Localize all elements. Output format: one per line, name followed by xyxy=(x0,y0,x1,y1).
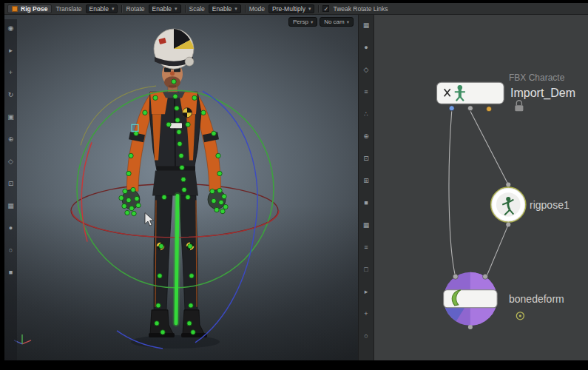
wireframe-icon[interactable]: ◇ xyxy=(361,65,371,75)
handles-icon[interactable]: ⊕ xyxy=(6,135,16,144)
network-canvas[interactable] xyxy=(374,15,588,360)
flipbook-icon[interactable]: ▸ xyxy=(361,287,371,297)
toolbar-separator xyxy=(245,5,246,13)
snap-options-icon[interactable]: ⊡ xyxy=(361,154,371,164)
display-flag-icon[interactable] xyxy=(516,312,524,320)
camera-select-button[interactable]: No cam▾ xyxy=(320,17,354,27)
snap-icon[interactable]: ⊡ xyxy=(6,179,16,189)
view-layout-icon[interactable]: ⊞ xyxy=(361,176,371,186)
mouse-cursor xyxy=(145,213,154,226)
chevron-down-icon: ▾ xyxy=(347,19,349,25)
rotate-label: Rotate xyxy=(126,5,144,13)
tweak-rotate-links-checkbox[interactable]: ✓ xyxy=(322,5,329,12)
active-tool-chip[interactable]: Rig Pose xyxy=(7,4,52,13)
rotate-select[interactable]: Enable▾ xyxy=(149,4,181,13)
input-connector-left[interactable] xyxy=(453,274,458,279)
mode-label: Mode xyxy=(249,5,265,13)
viewport-camera-controls: Persp▾ No cam▾ xyxy=(288,17,354,27)
mode-select-value: Pre-Multiply xyxy=(272,5,305,13)
points-icon[interactable]: ∴ xyxy=(361,110,371,119)
chevron-down-icon: ▾ xyxy=(311,19,313,25)
input-connector-right[interactable] xyxy=(483,274,488,279)
selected-bone[interactable] xyxy=(176,196,178,323)
shade-icon[interactable]: ● xyxy=(6,223,16,233)
memory-icon[interactable]: □ xyxy=(361,265,371,275)
viewport-toolbar-strip: ◉▸+↻▣⊕◇⊡▦●○■ xyxy=(4,19,17,360)
letterbox-bottom xyxy=(0,360,588,370)
chevron-down-icon: ▾ xyxy=(234,6,237,12)
output-connector[interactable] xyxy=(506,223,510,227)
chest-name-patch xyxy=(170,123,182,128)
help-icon[interactable]: ○ xyxy=(361,332,371,341)
mode-select[interactable]: Pre-Multiply▾ xyxy=(268,4,314,13)
toolbar-separator xyxy=(185,5,186,13)
chevron-down-icon: ▾ xyxy=(175,6,178,12)
translate-select-value: Enable xyxy=(89,5,109,13)
handles-visibility-icon[interactable]: ⊕ xyxy=(361,132,371,141)
scale-select[interactable]: Enable▾ xyxy=(209,4,241,13)
grid-icon[interactable]: ▦ xyxy=(6,201,16,211)
view-icon[interactable]: ◉ xyxy=(6,24,16,33)
select-icon[interactable]: ▸ xyxy=(6,46,16,56)
camera-select-label: No cam xyxy=(324,18,345,25)
grid-toggle-icon[interactable]: ▦ xyxy=(361,221,371,230)
translate-label: Translate xyxy=(55,5,81,13)
scale-label: Scale xyxy=(189,5,205,13)
scale-icon[interactable]: ▣ xyxy=(6,112,16,122)
camera-lock-icon[interactable]: ■ xyxy=(361,198,371,208)
chest-hazard-roundel xyxy=(183,108,192,118)
output-connector[interactable] xyxy=(468,325,473,329)
active-tool-label: Rig Pose xyxy=(21,5,47,13)
toolbar-separator xyxy=(121,5,122,13)
viewport-panel[interactable]: ◉▸+↻▣⊕◇⊡▦●○■ Persp▾ No cam▾ xyxy=(4,15,358,360)
camera-icon[interactable]: ■ xyxy=(6,268,16,278)
checkbox-check-icon: ✓ xyxy=(322,5,329,12)
tweak-rotate-links-label: Tweak Rotate Links xyxy=(333,5,388,13)
app-window: Rig Pose Translate Enable▾ Rotate Enable… xyxy=(4,3,588,360)
chevron-down-icon: ▾ xyxy=(112,6,115,12)
node-import[interactable] xyxy=(437,82,524,112)
persp-view-button[interactable]: Persp▾ xyxy=(288,17,317,27)
persp-view-label: Persp xyxy=(293,18,308,25)
output-connector-blue[interactable] xyxy=(449,106,454,111)
viewport-canvas[interactable] xyxy=(4,15,358,360)
input-connector[interactable] xyxy=(506,182,510,186)
rig-pose-icon xyxy=(12,6,18,12)
settings-icon[interactable]: + xyxy=(361,309,371,319)
normals-icon[interactable]: ≡ xyxy=(361,87,371,97)
output-connector-gray[interactable] xyxy=(467,106,473,111)
scale-select-value: Enable xyxy=(212,5,232,13)
pose-icon[interactable]: ◇ xyxy=(6,157,16,166)
toolbar-separator xyxy=(318,5,319,13)
rotate-icon[interactable]: ↻ xyxy=(6,90,16,100)
ruler-icon[interactable]: ≡ xyxy=(361,243,371,252)
shaded-mode-icon[interactable]: ● xyxy=(361,43,371,53)
network-toolbar-strip: ▦●◇≡∴⊕⊡⊞■▦≡□▸+○ xyxy=(358,15,374,360)
chevron-down-icon: ▾ xyxy=(308,6,311,12)
main-area: ◉▸+↻▣⊕◇⊡▦●○■ Persp▾ No cam▾ xyxy=(4,15,588,360)
node-bonedeform[interactable] xyxy=(444,272,524,329)
display-options-icon[interactable]: ▦ xyxy=(361,21,371,30)
output-connector-yellow[interactable] xyxy=(487,107,492,112)
node-rigpose[interactable] xyxy=(491,182,526,226)
rotate-select-value: Enable xyxy=(152,5,172,13)
light-icon[interactable]: ○ xyxy=(6,246,16,255)
translate-select[interactable]: Enable▾ xyxy=(86,4,118,13)
tool-options-toolbar: Rig Pose Translate Enable▾ Rotate Enable… xyxy=(4,3,588,15)
translate-icon[interactable]: + xyxy=(6,68,16,78)
network-editor-panel[interactable]: FBX Characte Import_Dem rigpose1 bonedef… xyxy=(374,15,588,360)
lock-icon xyxy=(515,101,523,112)
